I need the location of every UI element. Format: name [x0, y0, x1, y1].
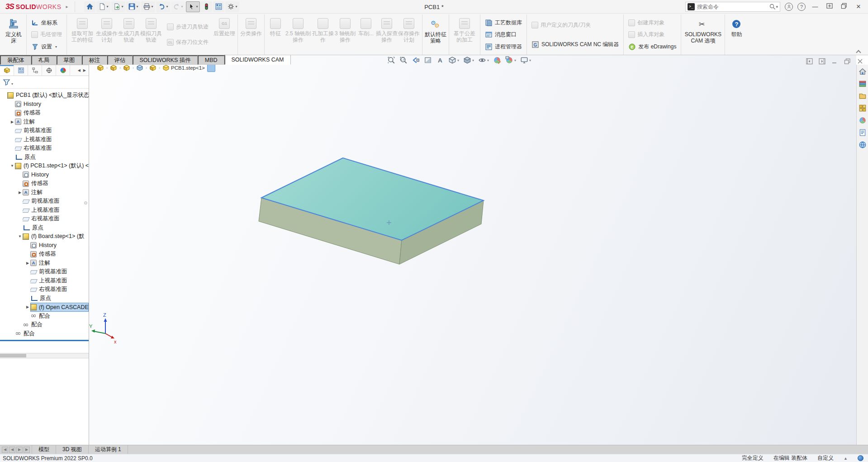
tree-item-body[interactable]: History [30, 241, 89, 250]
performance-pipeline-button[interactable] [201, 1, 212, 12]
tree-item-body[interactable]: 传感器 [23, 179, 89, 188]
tree-item[interactable]: 原点 [0, 224, 89, 233]
tree-item-body[interactable]: 上视基准面 [15, 135, 89, 144]
tree-item[interactable]: 配合 [0, 312, 89, 321]
panel-splitter-handle-top[interactable] [42, 58, 45, 61]
generate-plan-button[interactable]: 生成操作计划 [96, 15, 118, 54]
redo-button[interactable] [171, 1, 185, 12]
first-tab-icon[interactable]: ◀ [2, 447, 8, 453]
expand-arrow[interactable]: ▼ [9, 164, 15, 168]
graphics-area[interactable]: Z Y x ››››› PCB1.step<1> A [89, 55, 856, 445]
ribbon-tab-5[interactable]: SOLIDWORKS 插件 [133, 55, 198, 65]
status-globe-icon[interactable] [858, 455, 863, 461]
tree-item[interactable]: 右视基准面 [0, 214, 89, 224]
tree-item-body[interactable]: (f) PCB1.step<1> (默认) < [15, 162, 89, 171]
annotation-views-button[interactable]: A [436, 56, 444, 64]
tree-item-body[interactable]: 原点 [23, 224, 89, 233]
new-document-button[interactable] [96, 1, 110, 12]
coordinate-system-button[interactable]: 坐标系 [30, 19, 58, 27]
panel-splitter-handle-side[interactable] [84, 201, 87, 205]
breadcrumb-item[interactable] [135, 63, 145, 72]
tree-item-body[interactable]: 上视基准面 [23, 206, 89, 215]
tree-item[interactable]: History [0, 100, 89, 109]
insert-library-button[interactable]: 插入库对象 [627, 30, 665, 39]
collapse-left-pane-icon[interactable] [806, 58, 813, 65]
process-manager-button[interactable]: 进程管理器 [484, 43, 523, 51]
tree-item[interactable]: 前视基准面 [0, 267, 89, 276]
print-button[interactable] [141, 1, 155, 12]
create-library-button[interactable]: 创建库对象 [627, 19, 665, 27]
view-settings-button[interactable] [520, 56, 531, 64]
tree-item-body[interactable]: (f) Open CASCADE [30, 303, 89, 312]
document-tab-1[interactable]: 3D 视图 [56, 445, 89, 454]
publish-edrawings-button[interactable]: e发布 eDrawings [627, 43, 677, 51]
status-custom[interactable]: 自定义 [817, 454, 834, 462]
search-input[interactable] [697, 4, 769, 10]
scroll-right-icon[interactable]: ▶ [83, 68, 86, 72]
mill25-button[interactable]: 2.5 轴铣削操作 [285, 15, 312, 54]
tree-item[interactable]: ▶ 注解 [0, 188, 89, 197]
restore-button[interactable] [839, 3, 849, 10]
generate-toolpath-button[interactable]: 生成刀具轨迹 [118, 15, 140, 54]
hole-machining-button[interactable]: 孔加工操作 [312, 15, 334, 54]
probe-button[interactable]: 插入探查操作 [376, 15, 398, 54]
ribbon-tab-6[interactable]: MBD [198, 55, 224, 65]
section-view-button[interactable] [424, 56, 432, 64]
expand-arrow[interactable]: ▼ [17, 234, 23, 238]
tree-item-body[interactable]: History [23, 171, 89, 180]
next-tab-icon[interactable]: ▶ [16, 447, 23, 453]
cam-options-button[interactable]: ✂SOLIDWORKS CAM 选项 [683, 15, 722, 54]
display-style-button[interactable] [463, 56, 474, 64]
apply-scene-button[interactable] [505, 56, 516, 64]
help-icon[interactable]: ? [797, 3, 806, 11]
tree-item[interactable]: 右视基准面 [0, 285, 89, 294]
save-cl-button[interactable]: 保存刀位文件 [166, 38, 209, 47]
tree-item[interactable]: 原点 [0, 294, 89, 303]
select-cursor-button[interactable] [186, 1, 200, 12]
tree-item-body[interactable]: 原点 [15, 153, 89, 162]
tab-dimxpert-manager[interactable] [42, 65, 56, 76]
taskpane-view-palette-button[interactable] [859, 104, 867, 112]
ribbon-display-button[interactable] [825, 3, 835, 10]
settings-gear-button[interactable] [225, 1, 239, 12]
message-window-button[interactable]: 消息窗口 [484, 30, 517, 39]
ribbon-tab-7[interactable]: SOLIDWORKS CAM [224, 55, 291, 65]
tree-item[interactable]: ▶ 注解 [0, 259, 89, 268]
ribbon-tab-0[interactable]: 装配体 [0, 55, 31, 65]
breadcrumb-item[interactable] [148, 63, 158, 72]
tab-feature-manager[interactable] [0, 65, 14, 76]
open-button[interactable] [111, 1, 125, 12]
home-button[interactable] [84, 1, 95, 12]
tree-item-body[interactable]: 前视基准面 [30, 267, 89, 276]
tree-item[interactable]: 前视基准面 [0, 197, 89, 206]
tree-item[interactable]: 右视基准面 [0, 144, 89, 153]
taskpane-custom-properties-button[interactable] [859, 129, 867, 137]
tab-property-manager[interactable] [14, 65, 28, 76]
taskpane-forum-button[interactable] [859, 141, 867, 149]
status-expand-caret[interactable]: ▲ [844, 456, 848, 461]
tree-item[interactable]: 前视基准面 [0, 126, 89, 135]
scroll-left-icon[interactable]: ◀ [78, 68, 81, 72]
menu-expand-arrow[interactable]: ▸ [66, 4, 68, 9]
minimize-button[interactable]: — [810, 3, 820, 10]
expand-arrow[interactable]: ▶ [25, 305, 30, 309]
help-button[interactable]: ?帮助 [727, 15, 745, 54]
setup-button[interactable]: 设置 [30, 43, 58, 51]
breadcrumb-item[interactable] [122, 63, 132, 72]
turn-button[interactable]: 车削... [356, 15, 375, 54]
breadcrumb-item[interactable] [95, 63, 105, 72]
expand-arrow[interactable]: ▶ [17, 191, 23, 195]
stock-manager-button[interactable]: 毛坯管理 [30, 30, 63, 39]
user-account-icon[interactable] [785, 3, 793, 11]
post-process-button[interactable]: 后置处理 [213, 15, 235, 54]
nc-editor-button[interactable]: GSOLIDWORKS CAM NC 编辑器 [531, 40, 620, 49]
document-tab-2[interactable]: 运动算例 1 [89, 445, 128, 454]
taskpane-house-button[interactable] [859, 67, 867, 76]
edit-appearance-button[interactable] [493, 56, 501, 64]
report-button[interactable] [213, 1, 224, 12]
expand-arrow[interactable]: ▶ [25, 261, 30, 265]
mill3-button[interactable]: 3 轴铣削操作 [334, 15, 356, 54]
tree-item[interactable]: ▶ 注解 [0, 118, 89, 127]
tree-item-body[interactable]: 注解 [15, 118, 89, 127]
taskpane-file-explorer-button[interactable] [859, 92, 867, 100]
